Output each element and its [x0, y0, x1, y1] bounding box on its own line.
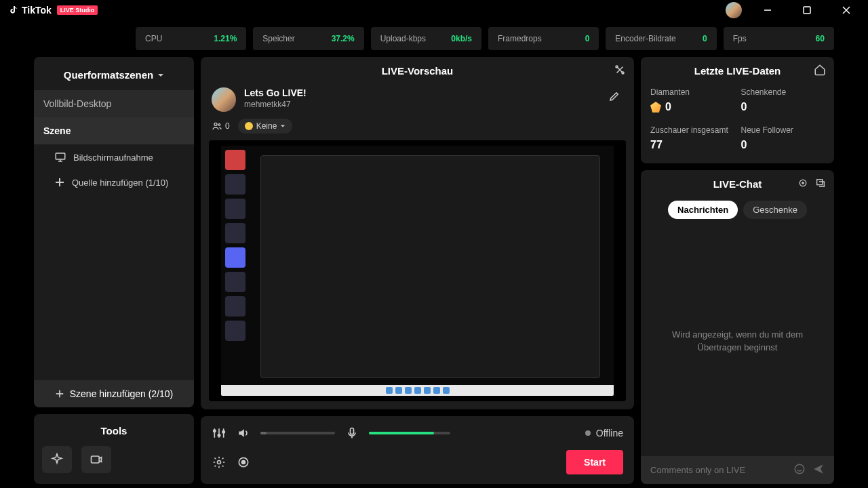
settings-button[interactable]: [212, 455, 226, 470]
titlebar: TikTok LIVE Studio: [0, 0, 868, 20]
speaker-volume-slider[interactable]: [260, 432, 335, 434]
sparkle-icon: [50, 453, 64, 466]
chat-title: LIVE-Chat: [713, 178, 762, 190]
sliders-icon: [212, 426, 226, 440]
svg-rect-1: [804, 7, 810, 14]
monitor-icon: [54, 151, 66, 163]
stat-new-followers: Neue Follower0: [741, 125, 825, 151]
category-dropdown[interactable]: Keine: [238, 119, 293, 134]
tool-effects-button[interactable]: [42, 446, 72, 473]
add-scene-button[interactable]: Szene hinzufügen (2/10): [34, 380, 194, 407]
chat-input-row: [641, 456, 834, 484]
close-button[interactable]: [833, 1, 860, 19]
record-icon: [237, 455, 250, 469]
svg-rect-22: [351, 428, 354, 434]
preview-content: [221, 146, 613, 396]
chat-empty-state: Wird angezeigt, wenn du mit dem Übertrag…: [649, 226, 826, 456]
chat-tab-messages[interactable]: Nachrichten: [668, 201, 738, 219]
stat-fps: Fps60: [724, 27, 834, 50]
mic-volume-slider[interactable]: [369, 432, 450, 434]
stream-username: mehmetkk47: [244, 100, 597, 109]
svg-point-28: [795, 464, 804, 474]
live-data-panel: Letzte LIVE-Daten Diamanten0 Schenkende0…: [641, 57, 834, 163]
app-logo: TikTok LIVE Studio: [8, 5, 98, 16]
stat-encoder: Encoder-Bildrate0: [606, 27, 716, 50]
start-button[interactable]: Start: [566, 450, 623, 474]
chevron-down-icon: [157, 72, 164, 79]
chat-tab-gifts[interactable]: Geschenke: [743, 201, 807, 219]
chat-settings-button[interactable]: [797, 178, 808, 190]
scenes-panel: Querformatszenen Vollbild-Desktop Szene …: [34, 57, 194, 407]
stream-status: Offline: [585, 428, 623, 439]
svg-point-23: [218, 461, 221, 464]
send-icon: [812, 463, 825, 475]
add-source-button[interactable]: Quelle hinzufügen (1/10): [42, 170, 186, 195]
scenes-dropdown[interactable]: Querformatszenen: [42, 65, 186, 90]
crossed-tools-icon: [614, 64, 626, 76]
people-icon: [212, 121, 222, 131]
viewer-count: 0: [212, 121, 230, 131]
svg-rect-4: [56, 153, 65, 159]
record-button[interactable]: [236, 455, 251, 470]
preview-title: LIVE-Vorschau: [382, 65, 454, 77]
speaker-button[interactable]: [236, 426, 251, 441]
maximize-button[interactable]: [793, 1, 821, 19]
svg-point-21: [222, 431, 224, 433]
stream-info: Lets Go LIVE! mehmetkk47: [209, 83, 626, 116]
chat-popout-button[interactable]: [815, 178, 826, 190]
edit-stream-button[interactable]: [606, 87, 623, 107]
plus-icon: [54, 177, 65, 188]
diamond-icon: [650, 102, 661, 113]
stream-title: Lets Go LIVE!: [244, 87, 597, 98]
coin-icon: [245, 122, 253, 130]
mic-icon: [345, 426, 359, 440]
svg-point-15: [218, 124, 220, 126]
scene-fullscreen-desktop[interactable]: Vollbild-Desktop: [34, 90, 194, 117]
stats-bar: CPU1.21% Speicher37.2% Upload-kbps0kb/s …: [0, 20, 868, 57]
svg-point-19: [214, 430, 216, 432]
status-dot-icon: [585, 430, 591, 436]
live-data-title: Letzte LIVE-Daten: [694, 65, 781, 77]
stat-diamonds: Diamanten0: [650, 87, 734, 113]
chevron-down-icon: [280, 123, 285, 129]
mixer-button[interactable]: [212, 426, 226, 441]
user-avatar[interactable]: [726, 2, 742, 18]
minimize-button[interactable]: [754, 1, 781, 19]
svg-point-14: [214, 123, 217, 125]
stat-upload: Upload-kbps0kb/s: [371, 27, 481, 50]
stream-avatar: [212, 87, 236, 112]
stat-mem: Speicher37.2%: [253, 27, 363, 50]
plus-icon: [55, 389, 64, 399]
svg-rect-11: [92, 456, 100, 463]
chat-send-button[interactable]: [812, 463, 825, 477]
gear-plus-icon: [797, 178, 808, 188]
source-screen-capture[interactable]: Bildschirmaufnahme: [42, 144, 186, 170]
svg-point-25: [241, 460, 246, 465]
camera-icon: [90, 453, 103, 466]
gear-icon: [212, 455, 226, 469]
home-icon: [814, 64, 826, 76]
tools-panel: Tools: [34, 414, 194, 484]
tool-camera-button[interactable]: [81, 446, 111, 473]
chat-panel: LIVE-Chat Nachrichten Geschenke Wird ang…: [641, 170, 834, 484]
live-studio-badge: LIVE Studio: [57, 5, 98, 15]
speaker-icon: [237, 426, 250, 440]
pencil-icon: [608, 90, 620, 102]
titlebar-left: TikTok LIVE Studio: [8, 5, 98, 16]
preview-area[interactable]: [209, 140, 626, 401]
tools-title: Tools: [42, 422, 186, 446]
smile-icon: [793, 463, 806, 475]
chat-input[interactable]: [650, 465, 787, 475]
scene-szene[interactable]: Szene: [34, 117, 194, 144]
stat-framedrops: Framedrops0: [488, 27, 599, 50]
chat-emoji-button[interactable]: [793, 463, 806, 477]
preview-panel: LIVE-Vorschau Lets Go LIVE! mehmetkk47 0: [201, 57, 634, 409]
app-name: TikTok: [22, 5, 52, 16]
data-home-button[interactable]: [814, 64, 826, 78]
controls-panel: Offline Start: [201, 416, 634, 484]
stat-gifters: Schenkende0: [741, 87, 825, 113]
preview-tools-button[interactable]: [614, 64, 626, 78]
stat-cpu: CPU1.21%: [136, 27, 246, 50]
titlebar-right: [726, 1, 860, 19]
mic-button[interactable]: [344, 426, 359, 441]
